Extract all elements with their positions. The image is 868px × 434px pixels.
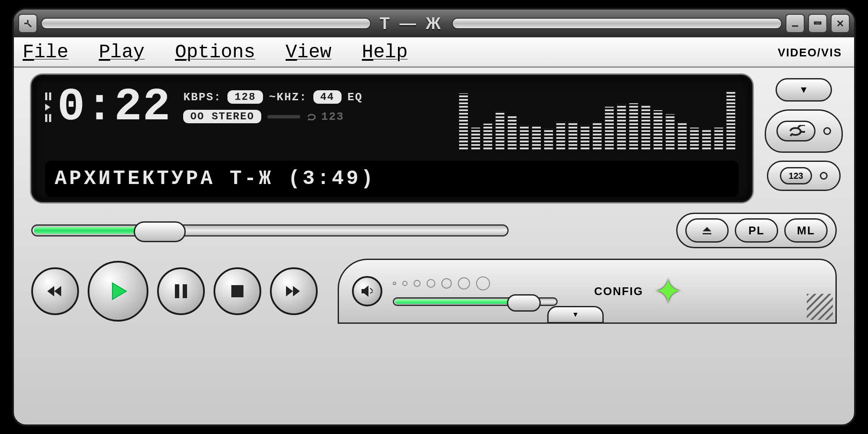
svg-rect-2	[175, 284, 179, 298]
seek-slider[interactable]	[31, 224, 509, 237]
medialib-button[interactable]: ML	[784, 218, 828, 243]
pause-button[interactable]	[157, 267, 205, 315]
repeat-toggle[interactable]	[765, 109, 843, 153]
volume-thumb[interactable]	[507, 294, 541, 312]
svg-rect-1	[815, 22, 821, 24]
lcd-display: 0:22 KBPS: 128 ~KHZ: 44 EQ OO STEREO	[31, 75, 753, 202]
time-display[interactable]: 0:22	[45, 84, 171, 130]
stereo-indicator: OO STEREO	[183, 110, 261, 123]
videovis-dropdown[interactable]: ▼	[776, 78, 832, 102]
stop-button[interactable]	[214, 267, 261, 315]
kbps-label: KBPS:	[183, 91, 221, 104]
mute-button[interactable]	[352, 276, 382, 306]
spectrum-visualizer[interactable]	[375, 84, 739, 149]
svg-rect-4	[231, 285, 243, 297]
system-menu-button[interactable]	[18, 14, 37, 33]
repeat-led	[823, 127, 831, 135]
menubar: File Play Options View Help VIDEO/VIS	[14, 37, 854, 68]
kbps-value: 128	[227, 90, 263, 104]
volume-scale-dots	[393, 276, 558, 290]
stream-info: KBPS: 128 ~KHZ: 44 EQ OO STEREO 123	[183, 84, 362, 123]
menu-file[interactable]: File	[23, 41, 69, 63]
khz-value: 44	[313, 90, 342, 104]
menu-play[interactable]: Play	[99, 41, 145, 63]
minimize-button[interactable]	[786, 14, 805, 33]
track-title-strip[interactable]: АРХИТЕКТУРА Т-Ж (3:49)	[45, 161, 739, 197]
media-player-window: T — Ж File Play Options View Help VIDEO/…	[12, 8, 856, 426]
eq-label[interactable]: EQ	[348, 91, 363, 104]
balance-slider[interactable]	[267, 115, 300, 118]
menu-help[interactable]: Help	[362, 41, 408, 63]
videovis-label: VIDEO/VIS	[778, 46, 842, 59]
star-icon[interactable]: ✦	[654, 271, 683, 312]
titlebar-grip-right	[452, 18, 782, 29]
elapsed-time: 0:22	[57, 84, 171, 130]
window-cluster: PL ML	[676, 213, 837, 248]
titlebar: T — Ж	[14, 10, 854, 37]
play-button[interactable]	[88, 261, 148, 322]
shuffle-label: 123	[780, 167, 812, 184]
track-title: АРХИТЕКТУРА Т-Ж (3:49)	[55, 168, 729, 190]
eject-button[interactable]	[685, 218, 729, 243]
shuffle-toggle[interactable]: 123	[767, 161, 841, 191]
titlebar-grip-left	[41, 18, 371, 29]
volume-panel: CONFIG ✦ ▼	[338, 259, 837, 324]
seek-thumb[interactable]	[134, 221, 186, 242]
playlist-button[interactable]: PL	[735, 218, 778, 243]
repeat-indicator: 123	[306, 110, 344, 123]
previous-button[interactable]	[31, 267, 79, 315]
restore-button[interactable]	[808, 14, 827, 33]
close-button[interactable]	[831, 14, 850, 33]
play-indicator-icon	[45, 92, 51, 122]
volume-slider[interactable]	[393, 297, 558, 306]
config-label: CONFIG	[594, 285, 643, 298]
repeat-icon	[776, 121, 815, 141]
resize-grip[interactable]	[807, 294, 833, 320]
config-dropdown[interactable]: ▼	[547, 306, 604, 323]
volume-fill	[395, 299, 525, 304]
app-logo: T — Ж	[375, 14, 449, 33]
khz-label: ~KHZ:	[269, 91, 307, 104]
right-controls: ▼ 123	[760, 75, 847, 202]
menu-options[interactable]: Options	[175, 41, 255, 63]
menu-view[interactable]: View	[286, 41, 332, 63]
svg-rect-3	[183, 284, 187, 298]
shuffle-led	[820, 172, 828, 180]
next-button[interactable]	[270, 267, 318, 315]
seek-progress	[34, 227, 148, 234]
